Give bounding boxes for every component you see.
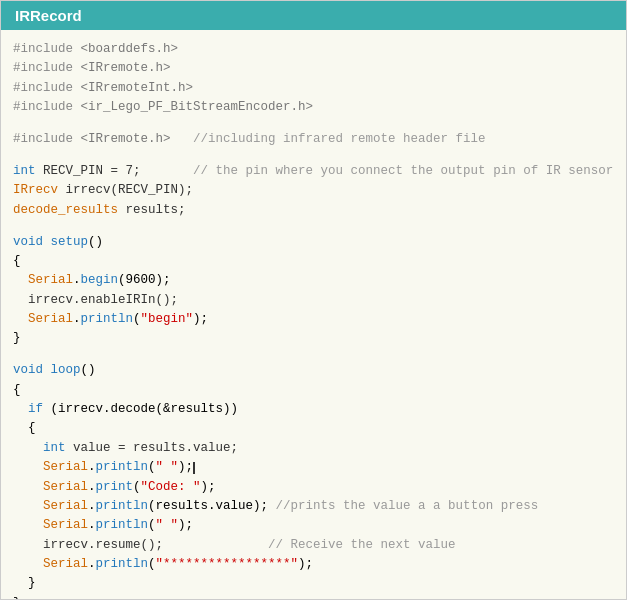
code-line: }	[13, 574, 614, 593]
code-line: irrecv.resume(); // Receive the next val…	[13, 536, 614, 555]
code-line: Serial.println(" ");	[13, 458, 614, 477]
code-line: Serial.println(results.value); //prints …	[13, 497, 614, 516]
window: IRRecord #include <boarddefs.h> #include…	[0, 0, 627, 600]
text-cursor	[193, 462, 195, 475]
code-line: IRrecv irrecv(RECV_PIN);	[13, 181, 614, 200]
code-line: Serial.print("Code: ");	[13, 478, 614, 497]
code-line: #include <IRremoteInt.h>	[13, 79, 614, 98]
code-line: Serial.println("begin");	[13, 310, 614, 329]
code-line: #include <ir_Lego_PF_BitStreamEncoder.h>	[13, 98, 614, 117]
blank-line	[13, 149, 614, 162]
code-area[interactable]: #include <boarddefs.h> #include <IRremot…	[1, 30, 626, 599]
code-line: {	[13, 419, 614, 438]
blank-line	[13, 220, 614, 233]
code-line: #include <IRremote.h>	[13, 59, 614, 78]
code-line: irrecv.enableIRIn();	[13, 291, 614, 310]
title-bar: IRRecord	[1, 1, 626, 30]
title-bar-label: IRRecord	[15, 7, 82, 24]
code-line: if (irrecv.decode(&results))	[13, 400, 614, 419]
code-line: int value = results.value;	[13, 439, 614, 458]
code-line: #include <IRremote.h> //including infrar…	[13, 130, 614, 149]
code-line: void loop()	[13, 361, 614, 380]
code-line: {	[13, 381, 614, 400]
code-line: Serial.begin(9600);	[13, 271, 614, 290]
code-line: Serial.println("*****************");	[13, 555, 614, 574]
code-line: #include <boarddefs.h>	[13, 40, 614, 59]
code-line: }	[13, 594, 614, 599]
code-line: }	[13, 329, 614, 348]
code-line: void setup()	[13, 233, 614, 252]
code-line: decode_results results;	[13, 201, 614, 220]
code-line: int RECV_PIN = 7; // the pin where you c…	[13, 162, 614, 181]
code-line: Serial.println(" ");	[13, 516, 614, 535]
blank-line	[13, 349, 614, 362]
blank-line	[13, 118, 614, 131]
code-line: {	[13, 252, 614, 271]
